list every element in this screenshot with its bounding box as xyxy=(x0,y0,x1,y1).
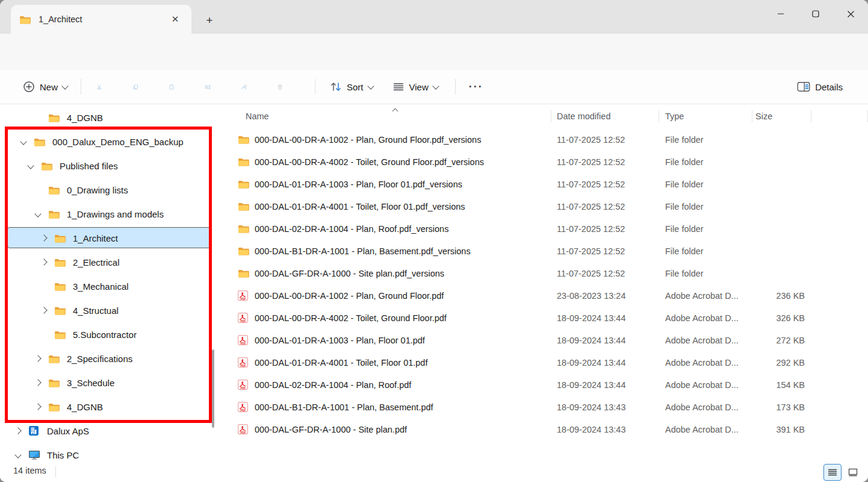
tree-chevron-icon[interactable] xyxy=(13,452,23,457)
svg-text:PDF: PDF xyxy=(240,387,246,390)
file-row[interactable]: 000-DAL-00-DR-A-1002 - Plan, Ground Floo… xyxy=(223,128,868,151)
file-name: 000-DAL-00-DR-A-1002 - Plan, Ground Floo… xyxy=(255,291,444,301)
column-header-name[interactable]: Name xyxy=(223,104,551,128)
tree-chevron-icon[interactable] xyxy=(33,356,43,361)
pdf-icon: PDF xyxy=(238,290,249,301)
tab-close-icon[interactable]: ✕ xyxy=(167,11,183,27)
tree-item-label: 3_Mechanical xyxy=(73,281,129,292)
sort-button[interactable]: Sort xyxy=(325,75,378,98)
file-size: 326 KB xyxy=(752,313,811,323)
view-button[interactable]: View xyxy=(388,75,443,98)
file-type: Adobe Acrobat D... xyxy=(659,425,752,434)
file-row[interactable]: 000-DAL-B1-DR-A-1001 - Plan, Basement.pd… xyxy=(223,240,868,262)
tree-chevron-icon[interactable] xyxy=(19,139,28,144)
svg-text:PDF: PDF xyxy=(240,342,246,345)
sidebar-item-1-drawings-and-models[interactable]: 1_Drawings and models xyxy=(0,202,222,226)
sidebar-item-4-dgnb[interactable]: 4_DGNB xyxy=(0,105,222,130)
column-headers: Name Date modified Type Size xyxy=(223,104,868,128)
file-date-modified: 11-07-2025 12:52 xyxy=(551,269,659,278)
sidebar-item-2-electrical[interactable]: 2_Electrical xyxy=(0,250,222,274)
folder-icon xyxy=(238,180,249,189)
file-type: Adobe Acrobat D... xyxy=(659,380,752,390)
thumbnail-view-icon[interactable] xyxy=(844,464,862,481)
window-controls xyxy=(763,0,868,28)
file-type: File folder xyxy=(659,246,752,256)
tree-chevron-icon[interactable] xyxy=(39,308,49,313)
sidebar-item-2-specifications[interactable]: 2_Specifications xyxy=(0,346,222,371)
file-name: 000-DAL-01-DR-A-4001 - Toilet, Floor 01.… xyxy=(255,358,427,368)
sidebar-item-4-structual[interactable]: 4_Structual xyxy=(0,298,222,322)
file-date-modified: 18-09-2024 13:44 xyxy=(551,380,659,390)
tree-chevron-icon[interactable] xyxy=(13,428,23,433)
tree-item-label: 4_DGNB xyxy=(67,113,103,123)
file-row[interactable]: PDF000-DAL-01-DR-A-1003 - Plan, Floor 01… xyxy=(223,329,868,351)
file-name: 000-DAL-00-DR-A-4002 - Toilet, Ground Fl… xyxy=(255,157,484,167)
tree-item-label: Published files xyxy=(60,161,118,171)
tree-chevron-icon[interactable] xyxy=(39,260,49,264)
delete-icon[interactable] xyxy=(273,80,287,93)
svg-text:PDF: PDF xyxy=(240,409,246,412)
more-options-icon[interactable]: ··· xyxy=(464,75,488,98)
sidebar-item-000-dalux-demo-eng-backup[interactable]: 000_Dalux_Demo_ENG_backup xyxy=(0,130,222,154)
file-row[interactable]: 000-DAL-00-DR-A-4002 - Toilet, Ground Fl… xyxy=(223,151,868,173)
folder-icon xyxy=(54,306,67,315)
chevron-down-icon xyxy=(367,83,374,89)
file-row[interactable]: 000-DAL-01-DR-A-1003 - Plan, Floor 01.pd… xyxy=(223,173,868,195)
sidebar-item-3-schedule[interactable]: 3_Schedule xyxy=(0,371,222,395)
file-row[interactable]: PDF000-DAL-01-DR-A-4001 - Toilet, Floor … xyxy=(223,351,868,374)
sidebar-item-4-dgnb[interactable]: 4_DGNB xyxy=(0,395,222,419)
sidebar-scrollbar[interactable] xyxy=(212,349,214,428)
file-name: 000-DAL-GF-DR-A-1000 - Site plan.pdf_ver… xyxy=(255,269,444,278)
file-row[interactable]: 000-DAL-GF-DR-A-1000 - Site plan.pdf_ver… xyxy=(223,262,868,284)
column-header-type[interactable]: Type xyxy=(659,104,752,128)
cut-icon[interactable] xyxy=(93,80,106,93)
tree-chevron-icon[interactable] xyxy=(33,404,43,409)
navigation-pane: 4_DGNB 000_Dalux_Demo_ENG_backup Publish… xyxy=(0,104,222,482)
sidebar-item-5-subcontractor[interactable]: 5.Subcontractor xyxy=(0,322,222,346)
share-icon[interactable] xyxy=(237,80,250,93)
details-view-icon[interactable] xyxy=(823,464,842,481)
tab-1-architect[interactable]: 1_Architect ✕ xyxy=(11,5,191,34)
tree-chevron-icon[interactable] xyxy=(33,211,43,216)
column-header-date-modified[interactable]: Date modified xyxy=(551,104,659,128)
file-row[interactable]: PDF000-DAL-00-DR-A-1002 - Plan, Ground F… xyxy=(223,284,868,307)
copy-icon[interactable] xyxy=(129,80,142,93)
tree-item-label: This PC xyxy=(47,450,79,460)
tree-chevron-icon[interactable] xyxy=(33,380,43,385)
tree-chevron-icon[interactable] xyxy=(39,236,49,240)
sidebar-item-0-drawing-lists[interactable]: 0_Drawing lists xyxy=(0,178,222,202)
file-row[interactable]: PDF000-DAL-00-DR-A-4002 - Toilet, Ground… xyxy=(223,307,868,329)
pc-icon xyxy=(28,450,41,460)
sidebar-item-3-mechanical[interactable]: 3_Mechanical xyxy=(0,274,222,298)
tree-chevron-icon[interactable] xyxy=(26,163,36,168)
minimize-icon[interactable] xyxy=(763,0,798,28)
file-date-modified: 11-07-2025 12:52 xyxy=(551,224,659,234)
sidebar-item-published-files[interactable]: Published files xyxy=(0,154,222,178)
folder-icon xyxy=(238,224,249,233)
tree-item-label: 1_Architect xyxy=(73,233,118,243)
sidebar-item-1-architect[interactable]: 1_Architect xyxy=(0,226,222,250)
toolbar-divider xyxy=(315,79,315,95)
close-icon[interactable] xyxy=(833,0,868,28)
new-button-label: New xyxy=(40,82,58,92)
file-type: Adobe Acrobat D... xyxy=(659,402,752,412)
paste-icon[interactable] xyxy=(165,80,178,93)
file-row[interactable]: 000-DAL-02-DR-A-1004 - Plan, Roof.pdf_ve… xyxy=(223,218,868,240)
file-type: File folder xyxy=(659,157,752,167)
file-row[interactable]: 000-DAL-01-DR-A-4001 - Toilet, Floor 01.… xyxy=(223,195,868,218)
folder-icon xyxy=(41,161,54,171)
sidebar-item-dalux-aps[interactable]: Dalux ApS xyxy=(0,419,222,443)
new-button[interactable]: New xyxy=(18,75,72,98)
maximize-icon[interactable] xyxy=(798,0,833,28)
folder-icon xyxy=(238,157,249,166)
file-row[interactable]: PDF000-DAL-GF-DR-A-1000 - Site plan.pdf … xyxy=(223,418,868,440)
pdf-icon: PDF xyxy=(238,380,249,390)
sort-icon xyxy=(330,81,342,93)
file-row[interactable]: PDF000-DAL-B1-DR-A-1001 - Plan, Basement… xyxy=(223,396,868,418)
file-name: 000-DAL-02-DR-A-1004 - Plan, Roof.pdf xyxy=(255,380,411,390)
column-header-size[interactable]: Size xyxy=(752,104,811,128)
rename-icon[interactable] xyxy=(201,80,214,93)
details-button[interactable]: Details xyxy=(792,75,848,98)
new-tab-icon[interactable]: + xyxy=(201,12,218,29)
file-row[interactable]: PDF000-DAL-02-DR-A-1004 - Plan, Roof.pdf… xyxy=(223,374,868,396)
